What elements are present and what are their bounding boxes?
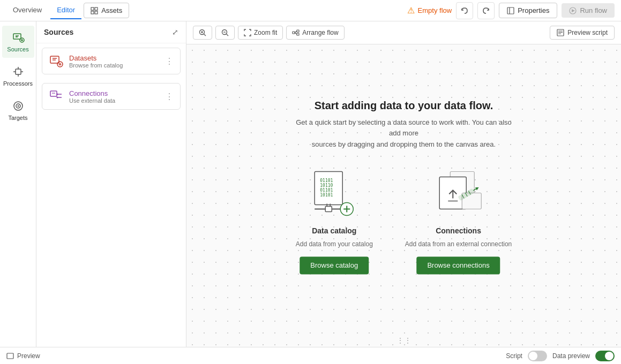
data-catalog-title: Data catalog — [312, 226, 356, 235]
empty-flow-badge: ⚠ Empty flow — [407, 5, 452, 16]
svg-text:01101: 01101 — [320, 188, 333, 193]
canvas-content[interactable]: Start adding data to your data flow. Get… — [186, 44, 621, 347]
datasets-menu-icon[interactable]: ⋮ — [165, 56, 174, 66]
datasets-title: Datasets — [69, 54, 123, 62]
data-preview-toggle-knob — [605, 352, 613, 360]
center-content: Start adding data to your data flow. Get… — [295, 100, 513, 274]
connections-data-card: Connections Add data from an external co… — [405, 168, 512, 274]
canvas-toolbar: Zoom fit Arrange flow Preview script — [186, 21, 621, 44]
undo-icon — [460, 6, 469, 15]
connections-card-title: Connections — [436, 226, 481, 235]
connections-illustration-icon — [429, 168, 488, 221]
arrange-icon — [292, 29, 300, 36]
expand-panel-icon[interactable]: ⤢ — [172, 28, 178, 36]
connections-title: Connections — [69, 89, 115, 97]
script-toggle-track[interactable] — [528, 351, 547, 361]
drag-handle[interactable]: ⋮⋮ — [396, 336, 411, 345]
svg-rect-74 — [7, 353, 13, 359]
top-nav: Overview Editor Assets ⚠ Empty flow Prop… — [0, 0, 621, 21]
preview-script-button[interactable]: Preview script — [550, 26, 615, 40]
svg-rect-1 — [95, 7, 98, 10]
tab-overview[interactable]: Overview — [6, 2, 48, 19]
svg-rect-43 — [297, 33, 299, 35]
sources-header: Sources ⤢ — [36, 21, 186, 43]
undo-button[interactable] — [456, 2, 473, 19]
svg-point-31 — [57, 94, 58, 95]
datasets-subtitle: Browse from catalog — [69, 62, 123, 69]
connections-card[interactable]: Connections Use external data ⋮ — [42, 83, 181, 110]
svg-rect-4 — [507, 7, 514, 14]
arrange-flow-button[interactable]: Arrange flow — [286, 26, 344, 40]
sources-title: Sources — [44, 28, 73, 36]
script-toggle[interactable] — [528, 351, 547, 361]
preview-script-icon — [557, 29, 564, 36]
data-catalog-card: 01101 10110 01101 10101 — [296, 168, 373, 274]
sidebar-icons: Sources Processors Targets — [0, 21, 36, 347]
svg-rect-14 — [16, 69, 21, 74]
connections-card-icon — [49, 89, 64, 104]
svg-rect-3 — [95, 11, 98, 14]
preview-icon — [6, 352, 14, 360]
data-preview-label: Data preview — [552, 352, 590, 360]
browse-connections-button[interactable]: Browse connections — [416, 256, 500, 274]
data-catalog-icon: 01101 10110 01101 10101 — [305, 168, 364, 221]
script-label: Script — [506, 352, 522, 360]
zoom-fit-icon — [244, 29, 251, 36]
data-preview-toggle[interactable] — [595, 351, 615, 361]
bottom-bar: Preview Script Data preview — [0, 347, 621, 364]
sidebar-item-targets[interactable]: Targets — [2, 94, 34, 126]
run-flow-button[interactable]: Run flow — [562, 3, 615, 18]
bottom-bar-right: Script Data preview — [506, 351, 615, 361]
svg-text:01101: 01101 — [320, 179, 333, 184]
sources-panel: Sources ⤢ Datasets Browse from catalog ⋮ — [36, 21, 186, 347]
main-layout: Sources Processors Targets Sources ⤢ — [0, 21, 621, 347]
svg-text:10101: 10101 — [320, 193, 333, 198]
script-toggle-knob — [529, 352, 537, 360]
redo-button[interactable] — [477, 2, 495, 19]
canvas-subtitle: Get a quick start by selecting a data so… — [295, 117, 513, 150]
tab-editor[interactable]: Editor — [50, 2, 81, 19]
data-catalog-desc: Add data from your catalog — [296, 240, 373, 248]
redo-icon — [482, 6, 490, 15]
datasets-card-icon — [49, 54, 64, 69]
svg-line-40 — [227, 34, 229, 36]
assets-icon — [91, 7, 98, 14]
sidebar-item-sources[interactable]: Sources — [2, 26, 34, 58]
sources-icon — [12, 31, 25, 44]
svg-text:10110: 10110 — [320, 184, 333, 188]
tab-assets[interactable]: Assets — [84, 3, 129, 18]
connections-card-desc: Add data from an external connection — [405, 240, 512, 248]
run-icon — [569, 7, 577, 14]
properties-icon — [507, 7, 514, 14]
properties-button[interactable]: Properties — [499, 3, 557, 18]
svg-point-21 — [17, 105, 19, 107]
preview-toggle[interactable]: Preview — [6, 352, 40, 360]
zoom-in-button[interactable] — [193, 26, 212, 40]
svg-rect-57 — [325, 207, 332, 212]
zoom-out-button[interactable] — [215, 26, 235, 40]
canvas-area: Zoom fit Arrange flow Preview script Sta… — [186, 21, 621, 347]
top-nav-right: ⚠ Empty flow Properties Run flow — [407, 2, 615, 19]
sidebar-item-processors[interactable]: Processors — [2, 60, 34, 92]
svg-rect-41 — [293, 32, 295, 34]
browse-catalog-button[interactable]: Browse catalog — [300, 256, 369, 274]
processors-icon — [12, 65, 25, 78]
connections-menu-icon[interactable]: ⋮ — [165, 92, 174, 102]
connections-subtitle: Use external data — [69, 97, 115, 104]
warning-icon: ⚠ — [407, 5, 415, 16]
targets-icon — [12, 100, 25, 112]
svg-marker-7 — [572, 9, 575, 12]
svg-rect-42 — [297, 30, 299, 32]
data-preview-toggle-track[interactable] — [595, 351, 615, 361]
datasets-card[interactable]: Datasets Browse from catalog ⋮ — [42, 48, 181, 74]
zoom-fit-button[interactable]: Zoom fit — [238, 26, 283, 40]
svg-rect-28 — [50, 91, 57, 96]
svg-point-33 — [57, 97, 58, 98]
zoom-in-icon — [199, 29, 206, 36]
svg-rect-8 — [13, 34, 21, 39]
canvas-title: Start adding data to your data flow. — [295, 100, 513, 112]
svg-rect-0 — [91, 7, 94, 10]
canvas-cards-row: 01101 10110 01101 10101 — [295, 168, 513, 274]
svg-rect-2 — [91, 11, 94, 14]
svg-marker-70 — [475, 186, 480, 191]
